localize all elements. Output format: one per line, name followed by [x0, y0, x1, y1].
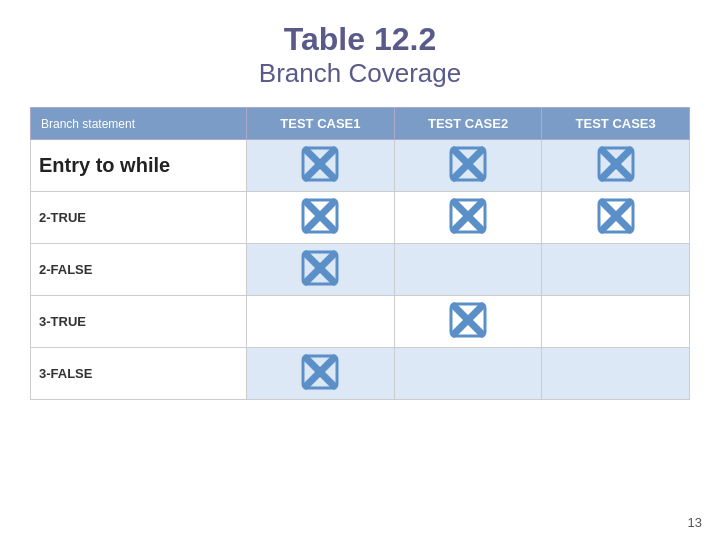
case1-cell — [247, 244, 395, 296]
col-header-case3: TEST CASE3 — [542, 108, 690, 140]
case1-cell — [247, 296, 395, 348]
x-icon — [300, 146, 340, 182]
case2-cell — [394, 348, 542, 400]
x-icon — [448, 146, 488, 182]
page-number: 13 — [688, 515, 702, 530]
case3-cell — [542, 244, 690, 296]
row-label: Entry to while — [31, 140, 247, 192]
col-header-branch: Branch statement — [31, 108, 247, 140]
case3-cell — [542, 192, 690, 244]
case2-cell — [394, 192, 542, 244]
table-title: Table 12.2 — [284, 20, 436, 58]
x-icon — [596, 198, 636, 234]
case2-cell — [394, 140, 542, 192]
x-icon — [448, 198, 488, 234]
row-label: 2-TRUE — [31, 192, 247, 244]
row-label: 3-FALSE — [31, 348, 247, 400]
col-header-case1: TEST CASE1 — [247, 108, 395, 140]
case1-cell — [247, 192, 395, 244]
table-subtitle: Branch Coverage — [259, 58, 461, 89]
x-icon — [596, 146, 636, 182]
row-label: 2-FALSE — [31, 244, 247, 296]
case2-cell — [394, 244, 542, 296]
coverage-table: Branch statement TEST CASE1 TEST CASE2 T… — [30, 107, 690, 400]
row-label: 3-TRUE — [31, 296, 247, 348]
x-icon — [448, 302, 488, 338]
case1-cell — [247, 140, 395, 192]
case3-cell — [542, 140, 690, 192]
case3-cell — [542, 296, 690, 348]
case1-cell — [247, 348, 395, 400]
x-icon — [300, 354, 340, 390]
case3-cell — [542, 348, 690, 400]
x-icon — [300, 198, 340, 234]
col-header-case2: TEST CASE2 — [394, 108, 542, 140]
x-icon — [300, 250, 340, 286]
case2-cell — [394, 296, 542, 348]
